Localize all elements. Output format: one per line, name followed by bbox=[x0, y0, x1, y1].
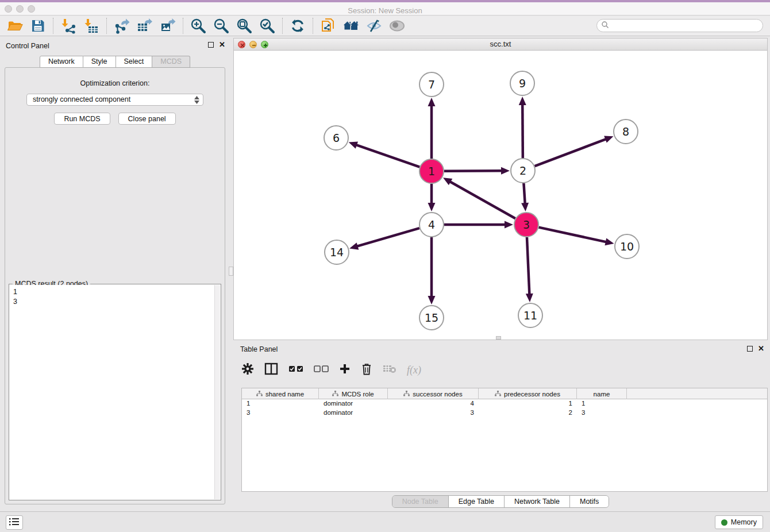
tab-motifs[interactable]: Motifs bbox=[569, 496, 609, 507]
column-header-shared-name[interactable]: shared name bbox=[242, 388, 319, 399]
task-history-button[interactable] bbox=[6, 515, 23, 530]
export-table-button[interactable] bbox=[133, 17, 156, 35]
svg-text:11: 11 bbox=[523, 309, 537, 322]
table-cell[interactable]: 3 bbox=[577, 408, 627, 418]
node-9[interactable]: 9 bbox=[510, 71, 534, 95]
edge-3-11[interactable] bbox=[527, 237, 529, 295]
node-11[interactable]: 11 bbox=[518, 303, 542, 327]
save-session-button[interactable] bbox=[26, 17, 49, 35]
table-cell[interactable]: 3 bbox=[388, 408, 479, 418]
column-header-successor-nodes[interactable]: successor nodes bbox=[388, 388, 479, 399]
node-6[interactable]: 6 bbox=[324, 126, 348, 150]
node-1[interactable]: 1 bbox=[419, 159, 444, 183]
function-builder-button[interactable]: f(x) bbox=[407, 361, 421, 379]
hierarchy-icon bbox=[332, 391, 338, 398]
add-column-button[interactable] bbox=[339, 361, 351, 379]
edge-1-6[interactable] bbox=[356, 145, 419, 167]
split-panel-button[interactable] bbox=[264, 361, 278, 379]
network-resize-grip[interactable] bbox=[496, 336, 501, 340]
close-table-panel-icon[interactable]: ✕ bbox=[758, 346, 764, 352]
statusbar: Memory bbox=[0, 511, 770, 532]
tab-style[interactable]: Style bbox=[83, 56, 116, 68]
zoom-fit-button[interactable] bbox=[233, 17, 256, 35]
tab-network[interactable]: Network bbox=[40, 56, 83, 68]
tab-mcds[interactable]: MCDS bbox=[152, 56, 190, 68]
clone-network-button[interactable] bbox=[317, 17, 340, 35]
network-titlebar[interactable]: scc.txt bbox=[234, 38, 767, 51]
delete-table-button[interactable] bbox=[383, 361, 396, 379]
delete-column-button[interactable] bbox=[361, 361, 372, 379]
import-network-button[interactable] bbox=[57, 17, 80, 35]
deselect-all-button[interactable] bbox=[314, 361, 329, 379]
column-header-MCDS-role[interactable]: MCDS role bbox=[319, 388, 388, 399]
table-cell[interactable]: 1 bbox=[479, 399, 577, 408]
edge-3-10[interactable] bbox=[538, 228, 606, 242]
edge-3-1[interactable] bbox=[449, 182, 515, 219]
svg-text:7: 7 bbox=[428, 78, 435, 91]
node-table[interactable]: shared nameMCDS rolesuccessor nodesprede… bbox=[241, 388, 768, 492]
edge-2-9[interactable] bbox=[522, 104, 523, 158]
memory-button[interactable]: Memory bbox=[715, 515, 763, 529]
tab-node-table[interactable]: Node Table bbox=[392, 496, 448, 507]
tab-select[interactable]: Select bbox=[116, 56, 153, 68]
float-panel-icon[interactable] bbox=[208, 42, 214, 48]
edge-arrow-1-7 bbox=[428, 98, 436, 106]
svg-text:6: 6 bbox=[333, 132, 340, 144]
edge-1-2[interactable] bbox=[444, 171, 502, 171]
export-network-button[interactable] bbox=[110, 17, 133, 35]
column-header-predecessor-nodes[interactable]: predecessor nodes bbox=[479, 388, 577, 399]
search-input[interactable] bbox=[609, 21, 763, 31]
show-hide-button[interactable] bbox=[386, 17, 409, 35]
node-8[interactable]: 8 bbox=[614, 119, 638, 144]
table-cell[interactable]: 1 bbox=[242, 399, 319, 408]
network-close-button[interactable] bbox=[238, 41, 245, 48]
zoom-out-button[interactable] bbox=[210, 17, 233, 35]
network-minimize-button[interactable] bbox=[249, 41, 257, 48]
panel-splitter-handle[interactable] bbox=[229, 267, 233, 276]
hide-panel-button[interactable] bbox=[363, 17, 386, 35]
fx-icon: f(x) bbox=[407, 364, 421, 376]
tab-edge-table[interactable]: Edge Table bbox=[448, 496, 504, 507]
home-button[interactable] bbox=[340, 17, 363, 35]
table-cell[interactable]: 2 bbox=[479, 408, 577, 418]
criterion-select[interactable]: strongly connected component bbox=[26, 94, 203, 106]
table-settings-button[interactable] bbox=[241, 361, 254, 379]
node-3[interactable]: 3 bbox=[514, 213, 538, 237]
node-15[interactable]: 15 bbox=[419, 306, 444, 330]
search-box[interactable] bbox=[596, 19, 763, 32]
table-cell[interactable]: dominator bbox=[319, 399, 388, 408]
run-mcds-button[interactable]: Run MCDS bbox=[54, 113, 110, 125]
table-cell[interactable]: 1 bbox=[577, 399, 627, 408]
select-all-button[interactable] bbox=[288, 361, 303, 379]
node-7[interactable]: 7 bbox=[419, 72, 444, 97]
tab-network-table[interactable]: Network Table bbox=[504, 496, 569, 507]
zoom-in-button[interactable] bbox=[187, 17, 210, 35]
column-header-name[interactable]: name bbox=[577, 388, 627, 399]
table-row[interactable]: 3dominator323 bbox=[242, 408, 767, 418]
float-table-panel-icon[interactable] bbox=[747, 346, 753, 352]
close-panel-button[interactable]: Close panel bbox=[118, 113, 176, 125]
table-panel-title: Table Panel bbox=[240, 345, 278, 353]
table-cell[interactable]: dominator bbox=[319, 408, 388, 418]
edge-2-8[interactable] bbox=[535, 139, 607, 166]
node-14[interactable]: 14 bbox=[325, 240, 349, 264]
edge-2-3[interactable] bbox=[523, 183, 525, 204]
export-image-icon bbox=[160, 18, 176, 34]
import-table-button[interactable] bbox=[80, 17, 103, 35]
refresh-button[interactable] bbox=[286, 17, 309, 35]
zoom-selected-button[interactable] bbox=[256, 17, 279, 35]
node-2[interactable]: 2 bbox=[511, 159, 535, 183]
edge-4-14[interactable] bbox=[357, 228, 419, 246]
mcds-result-scrollbar[interactable] bbox=[214, 285, 220, 499]
table-cell[interactable]: 3 bbox=[242, 408, 319, 418]
network-canvas[interactable]: 1234678910111415 bbox=[234, 51, 767, 340]
open-session-button[interactable] bbox=[3, 17, 26, 35]
export-image-button[interactable] bbox=[156, 17, 179, 35]
node-10[interactable]: 10 bbox=[615, 234, 639, 259]
table-row[interactable]: 1dominator411 bbox=[242, 399, 767, 408]
close-panel-icon[interactable]: ✕ bbox=[219, 42, 225, 48]
table-cell[interactable]: 4 bbox=[388, 399, 479, 408]
network-maximize-button[interactable] bbox=[261, 41, 268, 48]
node-4[interactable]: 4 bbox=[419, 213, 444, 237]
mcds-result-text[interactable]: 13 bbox=[10, 285, 214, 499]
